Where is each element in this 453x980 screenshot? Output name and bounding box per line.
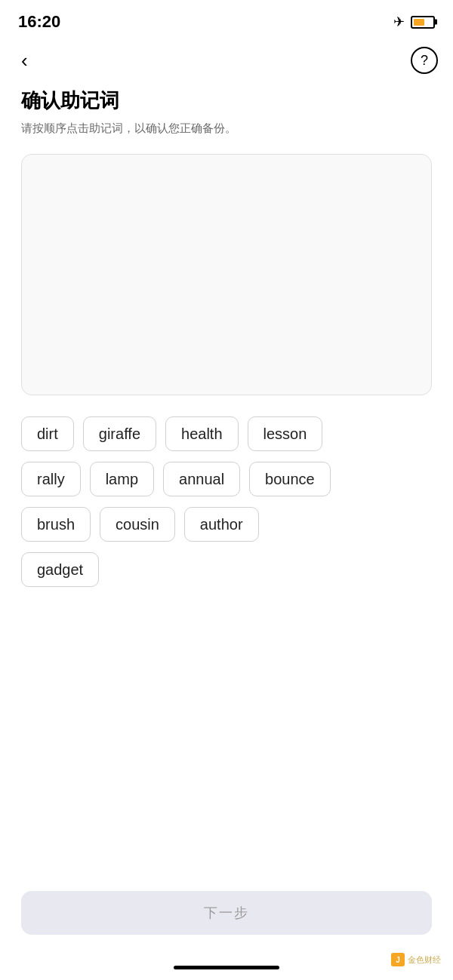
word-chip-lamp[interactable]: lamp [90, 462, 154, 496]
airplane-icon: ✈ [393, 14, 405, 30]
word-chip-gadget[interactable]: gadget [21, 552, 99, 587]
nav-bar: ‹ ? [0, 41, 453, 80]
words-row-2: rally lamp annual bounce [21, 462, 432, 496]
word-chip-cousin[interactable]: cousin [100, 507, 175, 542]
selection-area[interactable] [21, 154, 432, 395]
word-chip-bounce[interactable]: bounce [249, 462, 331, 496]
page-title: 确认助记词 [21, 88, 432, 114]
page-subtitle: 请按顺序点击助记词，以确认您正确备份。 [21, 120, 432, 137]
words-row-4: gadget [21, 552, 432, 587]
words-container: dirt giraffe health lesson rally lamp an… [0, 416, 453, 598]
watermark: J 金色财经 [391, 953, 441, 966]
help-button[interactable]: ? [411, 47, 438, 74]
word-chip-dirt[interactable]: dirt [21, 416, 74, 451]
word-chip-brush[interactable]: brush [21, 507, 91, 542]
status-time: 16:20 [18, 12, 60, 32]
word-chip-giraffe[interactable]: giraffe [83, 416, 156, 451]
word-chip-lesson[interactable]: lesson [248, 416, 323, 451]
word-chip-health[interactable]: health [165, 416, 239, 451]
watermark-logo: J [391, 953, 405, 966]
watermark-text: 金色财经 [408, 954, 441, 966]
content-area: 确认助记词 请按顺序点击助记词，以确认您正确备份。 [0, 80, 453, 395]
words-row-1: dirt giraffe health lesson [21, 416, 432, 451]
home-indicator [174, 966, 279, 969]
status-bar: 16:20 ✈ [0, 0, 453, 41]
word-chip-annual[interactable]: annual [163, 462, 240, 496]
bottom-area: 下一步 [0, 891, 453, 935]
next-button[interactable]: 下一步 [21, 891, 432, 935]
word-chip-author[interactable]: author [184, 507, 259, 542]
back-button[interactable]: ‹ [15, 48, 34, 73]
word-chip-rally[interactable]: rally [21, 462, 81, 496]
status-icons: ✈ [393, 14, 435, 30]
battery-icon [411, 16, 435, 29]
words-row-3: brush cousin author [21, 507, 432, 542]
battery-fill [414, 19, 424, 26]
